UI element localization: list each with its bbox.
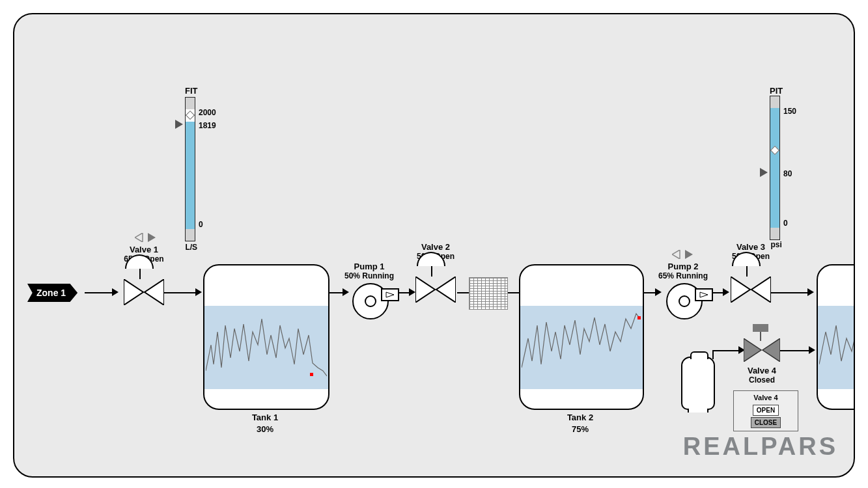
arrowhead-icon <box>195 288 202 296</box>
svg-marker-13 <box>731 277 750 303</box>
pit-title: PIT <box>770 86 783 96</box>
pipe-segment <box>712 350 740 351</box>
nav-indicator <box>135 233 156 245</box>
valve-2: Valve 2 50% Open <box>412 242 460 305</box>
arrowhead-icon <box>809 346 815 354</box>
pump-2-status: 65% Running <box>654 271 712 280</box>
svg-marker-16 <box>744 338 761 362</box>
zone-tag: Zone 1 <box>27 284 77 302</box>
pipe-segment <box>85 292 112 293</box>
valve-1: Valve 1 65 % Open <box>120 245 168 308</box>
svg-marker-1 <box>135 233 143 242</box>
svg-marker-4 <box>145 279 164 305</box>
pump-2-name: Pump 2 <box>654 262 712 271</box>
tank-3-partial <box>817 264 855 410</box>
pit-value: 80 <box>783 169 792 178</box>
valve-4-name: Valve 4 <box>742 366 781 375</box>
zone-label: Zone 1 <box>36 288 66 298</box>
fit-title: FIT <box>185 86 198 96</box>
valve-4-status: Closed <box>742 375 781 385</box>
arrowhead-icon <box>807 288 814 296</box>
aux-vessel <box>681 357 715 410</box>
tank-1-level: 30% <box>203 424 327 434</box>
valve-4-close-button[interactable]: CLOSE <box>751 417 781 428</box>
fit-pointer-icon <box>175 120 183 129</box>
nav-indicator-2 <box>672 250 693 262</box>
valve-1-name: Valve 1 <box>120 245 168 254</box>
valve-body-icon <box>744 338 780 362</box>
tank-2-sparkline <box>522 306 641 389</box>
filter-grid-icon <box>469 277 508 310</box>
svg-marker-17 <box>763 338 780 362</box>
pit-unit: psi <box>770 240 783 249</box>
pit-max: 150 <box>783 107 796 116</box>
tank-1 <box>203 264 329 410</box>
pit-scale: PIT 150 80 0 psi <box>770 86 783 249</box>
tank-2 <box>519 264 644 410</box>
chevron-right-icon <box>684 250 693 259</box>
chevron-left-icon <box>672 250 681 259</box>
svg-rect-5 <box>310 373 313 376</box>
svg-marker-8 <box>436 277 456 303</box>
valve-3: Valve 3 50% Open <box>727 242 775 305</box>
svg-marker-10 <box>672 250 680 259</box>
svg-marker-3 <box>124 279 143 305</box>
brand-logo: REALPARS <box>683 433 838 461</box>
valve-body-icon <box>731 277 771 303</box>
pipe-segment <box>164 292 197 293</box>
pipe-segment <box>508 292 520 293</box>
svg-marker-12 <box>700 292 708 297</box>
svg-marker-11 <box>685 250 693 259</box>
pump-1: Pump 1 50% Running <box>340 262 399 319</box>
pump-1-status: 50% Running <box>340 271 399 280</box>
svg-marker-15 <box>760 168 768 177</box>
svg-marker-14 <box>751 277 771 303</box>
fit-scale: FIT 2000 1819 0 L/S <box>185 86 198 252</box>
valve-body-icon <box>415 277 456 303</box>
pit-min: 0 <box>783 219 788 228</box>
svg-marker-2 <box>148 233 156 242</box>
svg-marker-7 <box>415 277 435 303</box>
fit-unit: L/S <box>185 243 198 252</box>
arrowhead-icon <box>112 288 119 296</box>
tank-2-level: 75% <box>519 424 641 434</box>
svg-marker-0 <box>175 120 183 129</box>
pipe-segment <box>777 350 811 351</box>
fit-max: 2000 <box>199 108 216 117</box>
pump-1-name: Pump 1 <box>340 262 399 271</box>
svg-marker-6 <box>386 292 394 297</box>
tank-3-sparkline <box>819 306 855 389</box>
valve-body-icon <box>124 279 164 305</box>
valve-4-control-panel: Valve 4 OPEN CLOSE <box>733 390 798 431</box>
pump-2: Pump 2 65% Running <box>654 262 712 319</box>
chevron-right-icon <box>147 233 156 242</box>
svg-rect-9 <box>637 316 641 319</box>
valve-4: Valve 4 Closed <box>742 325 781 385</box>
pipe-segment <box>771 292 810 293</box>
valve-3-name: Valve 3 <box>727 242 775 252</box>
fit-min: 0 <box>199 220 203 229</box>
process-diagram-frame: Zone 1 FIT 2000 1819 0 L/S <box>13 13 855 478</box>
tank-1-name: Tank 1 <box>203 413 327 422</box>
valve-4-panel-title: Valve 4 <box>736 394 795 401</box>
tank-2-name: Tank 2 <box>519 413 641 422</box>
valve-4-open-button[interactable]: OPEN <box>753 405 779 416</box>
chevron-left-icon <box>135 233 144 242</box>
valve-2-name: Valve 2 <box>412 242 460 252</box>
pit-pointer-icon <box>760 168 768 177</box>
pump-outlet-icon <box>381 288 399 301</box>
tank-1-sparkline <box>206 306 327 389</box>
fit-value: 1819 <box>199 121 216 130</box>
